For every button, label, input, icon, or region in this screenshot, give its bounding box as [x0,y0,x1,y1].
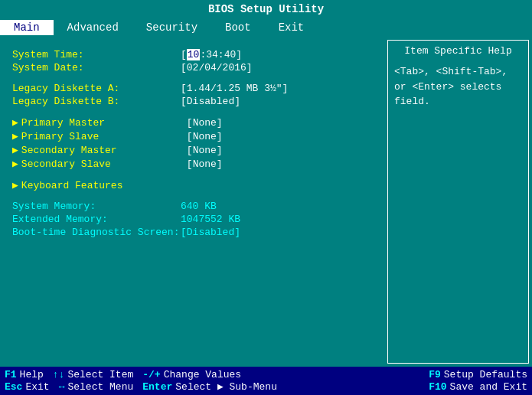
system-memory-value: 640 KB [181,201,217,212]
enter-desc: Select ▶ Sub-Menu [175,380,277,393]
status-leftright: ↔ Select Menu [59,380,134,393]
system-date-label: System Date: [12,62,181,73]
system-date-row: System Date: [02/04/2016] [12,62,375,73]
left-panel: System Time: [10:34:40] System Date: [02… [3,40,384,364]
keyboard-features-arrow: ▶ [12,179,18,191]
status-enter: Enter Select ▶ Sub-Menu [142,380,277,393]
title-bar: BIOS Setup Utility [0,0,532,18]
boot-diag-label: Boot-time Diagnostic Screen: [12,227,181,238]
primary-slave-value: [None] [187,131,223,142]
enter-key: Enter [142,381,172,393]
secondary-slave-value: [None] [187,158,223,170]
f10-desc: Save and Exit [450,381,527,393]
plusminus-desc: Change Values [164,369,241,380]
f9-desc: Setup Defaults [444,369,527,380]
secondary-slave-label[interactable]: Secondary Slave [21,158,187,170]
legacy-a-label: Legacy Diskette A: [12,83,181,94]
status-row-1: F1 Help ↑↓ Select Item -/+ Change Values… [5,369,527,380]
status-f10: F10 Save and Exit [429,380,527,393]
plusminus-key: -/+ [142,369,160,380]
leftright-key: ↔ [59,381,65,393]
menu-item-security[interactable]: Security [132,20,211,35]
help-panel: Item Specific Help <Tab>, <Shift-Tab>, o… [387,40,529,364]
legacy-a-value[interactable]: [1.44/1.25 MB 3½"] [181,83,288,94]
system-memory-label: System Memory: [12,201,181,212]
status-f9: F9 Setup Defaults [429,369,527,380]
menu-item-advanced[interactable]: Advanced [54,20,132,35]
help-text: <Tab>, <Shift-Tab>, or <Enter> selects f… [394,64,522,109]
leftright-desc: Select Menu [67,381,133,393]
menu-bar: Main Advanced Security Boot Exit [0,18,532,37]
extended-memory-row: Extended Memory: 1047552 KB [12,214,375,225]
help-title: Item Specific Help [394,45,522,57]
secondary-master-row: ▶ Secondary Master [None] [12,144,375,156]
extended-memory-value: 1047552 KB [181,214,240,225]
f1-key: F1 [5,369,17,380]
keyboard-features-row: ▶ Keyboard Features [12,179,375,191]
primary-master-arrow: ▶ [12,116,18,129]
bios-container: BIOS Setup Utility Main Advanced Securit… [0,0,532,395]
secondary-master-value: [None] [187,145,223,156]
system-date-value[interactable]: [02/04/2016] [181,62,253,73]
keyboard-features-label[interactable]: Keyboard Features [21,180,187,191]
primary-master-value: [None] [187,117,223,129]
updown-desc: Select Item [67,369,133,380]
updown-key: ↑↓ [53,369,65,380]
system-memory-row: System Memory: 640 KB [12,201,375,212]
secondary-master-label[interactable]: Secondary Master [21,145,187,156]
menu-item-exit[interactable]: Exit [265,20,318,35]
primary-slave-arrow: ▶ [12,130,18,142]
secondary-slave-arrow: ▶ [12,158,18,170]
legacy-a-row: Legacy Diskette A: [1.44/1.25 MB 3½"] [12,83,375,94]
legacy-b-value[interactable]: [Disabled] [181,96,240,107]
f1-desc: Help [20,369,44,380]
legacy-b-row: Legacy Diskette B: [Disabled] [12,96,375,107]
menu-item-boot[interactable]: Boot [211,20,265,35]
bios-title: BIOS Setup Utility [208,3,324,15]
status-updown: ↑↓ Select Item [53,369,133,380]
primary-slave-row: ▶ Primary Slave [None] [12,130,375,142]
extended-memory-label: Extended Memory: [12,214,181,225]
status-esc: Esc Exit [5,380,50,393]
boot-diag-value: [Disabled] [181,227,240,238]
status-bar: F1 Help ↑↓ Select Item -/+ Change Values… [0,367,532,395]
system-time-value[interactable]: [10:34:40] [181,49,242,60]
status-row-2: Esc Exit ↔ Select Menu Enter Select ▶ Su… [5,380,527,393]
secondary-master-arrow: ▶ [12,144,18,156]
status-f1: F1 Help [5,369,44,380]
primary-slave-label[interactable]: Primary Slave [21,131,187,142]
f9-key: F9 [429,369,441,380]
status-plusminus: -/+ Change Values [142,369,241,380]
esc-key: Esc [5,381,22,393]
primary-master-label[interactable]: Primary Master [21,117,187,129]
f10-key: F10 [429,381,446,393]
system-time-label: System Time: [12,49,181,60]
primary-master-row: ▶ Primary Master [None] [12,116,375,129]
esc-desc: Exit [25,381,49,393]
system-time-row: System Time: [10:34:40] [12,49,375,60]
main-content: System Time: [10:34:40] System Date: [02… [0,37,532,367]
legacy-b-label: Legacy Diskette B: [12,96,181,107]
boot-diag-row: Boot-time Diagnostic Screen: [Disabled] [12,227,375,238]
menu-item-main[interactable]: Main [0,20,54,35]
secondary-slave-row: ▶ Secondary Slave [None] [12,158,375,170]
